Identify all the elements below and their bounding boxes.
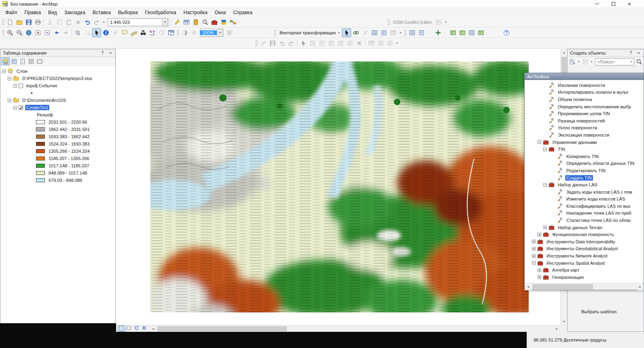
osm-toolbar-dropdown[interactable]: ▾ xyxy=(443,18,449,27)
search-dropdown[interactable]: ▾ xyxy=(629,57,634,66)
toolbox-tree-item[interactable]: Интерполировать полигон в мульт xyxy=(525,89,644,96)
toolbox-scroll-right-arrow[interactable]: ► xyxy=(637,283,644,290)
create-features-close-icon[interactable]: × xyxy=(636,50,642,56)
list-by-source-icon[interactable] xyxy=(10,57,18,65)
toolbox-tree-item[interactable]: Копировать TIN xyxy=(525,153,644,160)
point-tool-icon[interactable] xyxy=(345,39,354,48)
toc-tree-item[interactable]: −topo$ События xyxy=(0,82,115,89)
undo-icon[interactable] xyxy=(83,18,92,27)
menu-item-4[interactable]: Закладка xyxy=(61,8,89,17)
preview-window-icon[interactable] xyxy=(379,28,388,37)
toolbox-tree-item[interactable]: Объем полигона xyxy=(525,96,644,103)
search-window-icon[interactable] xyxy=(200,18,210,27)
editor-options-dropdown[interactable]: ▾ xyxy=(394,39,400,48)
new-map-icon[interactable] xyxy=(5,18,15,27)
link-table-icon[interactable] xyxy=(370,28,379,37)
expander-icon[interactable]: − xyxy=(543,183,547,187)
minimize-button[interactable] xyxy=(589,0,605,8)
toolbox-tree-item[interactable]: Изменить коды классов LAS xyxy=(525,196,644,203)
find-icon[interactable] xyxy=(138,28,148,37)
map-view[interactable]: ◄ ► xyxy=(116,49,560,332)
expander-icon[interactable]: + xyxy=(538,233,541,236)
toolbox-tree-item[interactable]: −Управление данными xyxy=(525,139,644,146)
save-icon[interactable] xyxy=(24,18,33,27)
clear-selection-icon[interactable] xyxy=(83,28,92,37)
combo-dropdown-arrow[interactable]: ▾ xyxy=(217,29,223,36)
toc-tree-item[interactable]: Рельеф xyxy=(0,111,115,118)
expander-icon[interactable]: − xyxy=(532,261,536,265)
menu-item-2[interactable]: Правка xyxy=(21,8,45,17)
expander-icon[interactable]: − xyxy=(8,77,11,80)
menu-item-3[interactable]: Вид xyxy=(44,8,61,17)
toc-tree-item[interactable]: 848.089 - 1017.148 xyxy=(0,169,115,177)
html-popup-icon[interactable] xyxy=(120,28,129,37)
pin-icon[interactable] xyxy=(100,50,106,56)
table-of-contents-icon[interactable] xyxy=(182,18,191,27)
las-dataset-icon[interactable] xyxy=(448,28,458,37)
edit-annotation-tool-icon[interactable] xyxy=(308,39,317,48)
select-elements-icon[interactable] xyxy=(92,28,101,37)
save-edits-icon[interactable] xyxy=(268,39,277,48)
toc-tree-item[interactable]: 679.03 - 848.089 xyxy=(0,177,115,184)
list-by-drawing-order-icon[interactable] xyxy=(1,57,10,65)
arctoolbox-scrollbar[interactable]: ◄ ► xyxy=(525,283,644,290)
copy-icon[interactable] xyxy=(55,18,64,27)
attribute-table-icon[interactable] xyxy=(407,28,417,37)
toolbox-tree-item[interactable]: Уклон поверхности xyxy=(525,124,644,132)
expander-icon[interactable]: − xyxy=(538,140,541,144)
toc-tree-item[interactable]: ♦ xyxy=(0,89,115,97)
expander-icon[interactable]: − xyxy=(13,106,17,110)
layer-properties-icon[interactable] xyxy=(417,28,426,37)
toolbox-tree-item[interactable]: +Инструменты Data Interoperability xyxy=(525,238,644,245)
vector-transformation-dropdown[interactable]: Векторная трансформация▾ xyxy=(277,28,342,37)
sketch-properties-icon[interactable] xyxy=(376,39,385,48)
toolbox-tree-item[interactable]: Определить местоположение выбр xyxy=(525,103,644,110)
menu-item-8[interactable]: Настройка xyxy=(180,8,211,17)
terrain-dataset-icon[interactable] xyxy=(458,28,467,37)
toc-tree-item[interactable]: 2031.501 - 2200.56 xyxy=(0,118,115,126)
transformation-pointer-icon[interactable] xyxy=(342,28,351,37)
toolbox-tree-item[interactable]: −Инструменты Spatial Analyst xyxy=(525,259,644,267)
horizontal-scroll-thumb[interactable] xyxy=(157,326,287,331)
toolbox-tree-item[interactable]: Создать TIN xyxy=(525,174,644,181)
toolbox-tree-item[interactable]: Задать коды классов LAS с пом xyxy=(525,188,644,196)
toolbox-tree-item[interactable]: Редактировать TIN xyxy=(525,167,644,174)
attributes-window-icon[interactable] xyxy=(366,39,376,48)
scroll-right-arrow[interactable]: ► xyxy=(553,325,560,332)
toolbox-tree-item[interactable]: Статистика точек LAS по облас xyxy=(525,217,644,224)
select-features-icon[interactable] xyxy=(73,28,83,37)
organize-templates-dropdown[interactable]: ▾ xyxy=(576,57,581,66)
previous-extent-icon[interactable] xyxy=(52,28,61,37)
fixed-zoom-in-icon[interactable] xyxy=(33,28,42,37)
layer-checkbox[interactable] xyxy=(19,84,23,88)
template-search-input[interactable] xyxy=(595,59,629,64)
toc-tree-item[interactable]: 1693.383 - 1862.442 xyxy=(0,133,115,140)
list-by-visibility-icon[interactable] xyxy=(18,57,27,65)
delete-sketch-icon[interactable] xyxy=(354,39,364,48)
paste-icon[interactable] xyxy=(64,18,73,27)
brightness-icon[interactable] xyxy=(189,28,199,37)
toolbox-scroll-thumb[interactable] xyxy=(532,284,593,289)
catalog-icon[interactable] xyxy=(191,18,200,27)
measure-icon[interactable] xyxy=(129,28,138,37)
template-properties-dropdown[interactable]: ▾ xyxy=(589,57,594,66)
expander-icon[interactable]: − xyxy=(2,70,6,73)
toolbox-tree-item[interactable]: −Набор данных LAS xyxy=(525,181,644,188)
data-view-icon[interactable] xyxy=(118,325,125,332)
expander-icon[interactable]: + xyxy=(532,254,536,258)
endpoint-arc-icon[interactable] xyxy=(326,39,336,48)
toolbox-tree-item[interactable]: +Алгебра карт xyxy=(525,266,644,274)
terrain-map-image[interactable] xyxy=(150,61,529,312)
refresh-view-icon[interactable] xyxy=(133,325,141,332)
organize-templates-icon[interactable] xyxy=(568,58,576,66)
menu-item-6[interactable]: Выборка xyxy=(114,8,142,17)
menu-item-10[interactable]: Справка xyxy=(229,8,256,17)
open-map-icon[interactable] xyxy=(15,18,24,27)
python-window-icon[interactable] xyxy=(219,18,228,27)
expander-icon[interactable]: − xyxy=(8,99,11,102)
add-feature-icon[interactable] xyxy=(433,28,443,37)
toolbox-tree-item[interactable]: Классифицировать LAS по выс xyxy=(525,202,644,210)
maximize-button[interactable] xyxy=(605,0,621,8)
help-icon[interactable] xyxy=(502,28,511,37)
toc-tree-item[interactable]: 1524.324 - 1693.383 xyxy=(0,140,115,148)
